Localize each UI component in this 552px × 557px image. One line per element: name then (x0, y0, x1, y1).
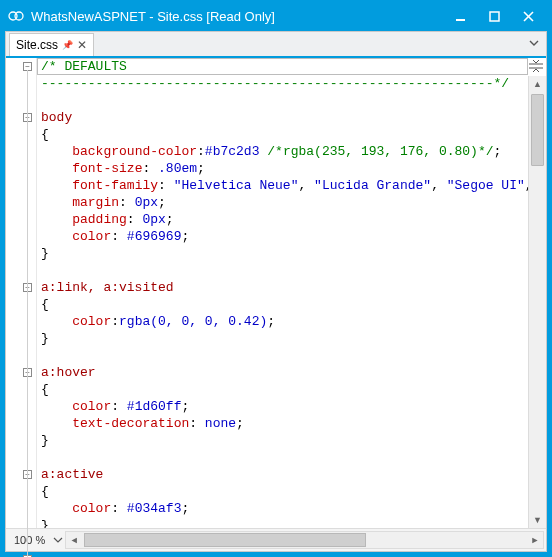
svg-rect-3 (490, 12, 499, 21)
zoom-dropdown-icon[interactable] (53, 535, 63, 545)
svg-rect-2 (456, 19, 465, 21)
tab-strip: Site.css 📌 ✕ (6, 32, 546, 58)
tab-site-css[interactable]: Site.css 📌 ✕ (9, 33, 94, 56)
editor: −−−−−− ▲ ▼ /* DEFAULTS -----------------… (6, 58, 546, 528)
fold-gutter[interactable]: −−−−−− (6, 58, 37, 528)
app-icon (7, 7, 25, 25)
tab-label: Site.css (16, 38, 58, 52)
status-bar: 100 % ◄ ► (6, 528, 546, 551)
split-icon[interactable] (528, 58, 544, 74)
zoom-level[interactable]: 100 % (6, 534, 53, 546)
titlebar[interactable]: WhatsNewASPNET - Site.css [Read Only] (1, 1, 551, 31)
scroll-left-icon[interactable]: ◄ (66, 532, 82, 548)
horizontal-scrollbar[interactable]: ◄ ► (65, 531, 544, 549)
window-title: WhatsNewASPNET - Site.css [Read Only] (31, 9, 443, 24)
svg-point-1 (15, 12, 23, 20)
code-content[interactable]: /* DEFAULTS ----------------------------… (37, 58, 546, 528)
client-area: Site.css 📌 ✕ −−−−−− ▲ ▼ /* DEFAULT (5, 31, 547, 552)
scroll-up-icon[interactable]: ▲ (529, 76, 546, 92)
close-button[interactable] (511, 5, 545, 27)
vscroll-thumb[interactable] (531, 94, 544, 166)
tab-close-icon[interactable]: ✕ (77, 39, 87, 51)
scroll-down-icon[interactable]: ▼ (529, 512, 546, 528)
tab-list-dropdown[interactable] (526, 35, 542, 51)
minimize-button[interactable] (443, 5, 477, 27)
pin-icon[interactable]: 📌 (62, 40, 73, 50)
window-buttons (443, 5, 545, 27)
hscroll-thumb[interactable] (84, 533, 366, 547)
maximize-button[interactable] (477, 5, 511, 27)
scroll-right-icon[interactable]: ► (527, 532, 543, 548)
code-viewport[interactable]: ▲ ▼ /* DEFAULTS ------------------------… (37, 58, 546, 528)
vertical-scrollbar[interactable]: ▲ ▼ (528, 76, 546, 528)
window: WhatsNewASPNET - Site.css [Read Only] Si… (0, 0, 552, 557)
